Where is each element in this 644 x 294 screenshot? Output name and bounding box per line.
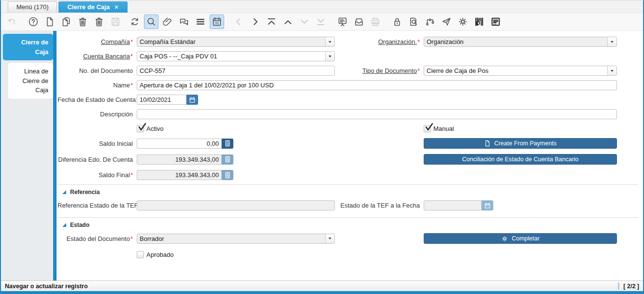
calculator-button[interactable] [222,139,233,149]
toolbar: 31 [1,13,643,31]
status-bar: Navegar o actualizar registro [ 2/2 ] [1,280,643,291]
help-icon[interactable] [26,14,41,29]
detail-record-icon [297,14,312,29]
document-icon [484,140,491,147]
name-input[interactable] [137,80,617,90]
application-window: Menú (170) Cierre de Caja ✕ 31 [0,0,644,294]
chevron-down-icon[interactable] [325,37,334,46]
parent-record-icon[interactable] [281,14,295,29]
estado-tef-label: Estado de la TEF a la Fecha [339,202,420,209]
estado-documento-label: Estado del Documento* [57,235,133,242]
section-divider [57,184,638,185]
window-tabbar: Menú (170) Cierre de Caja ✕ [1,0,643,13]
chevron-down-icon[interactable] [325,234,334,243]
sidebar-tab-cierre-de-caja[interactable]: Cierre de Caja [3,34,53,60]
archive-icon[interactable] [352,14,366,29]
no-documento-input[interactable] [137,66,335,76]
tipo-documento-label: Tipo de Documento* [339,67,420,74]
referencia-section-title: Referencia [70,189,100,196]
ref-tef-label: Referencia Estado de la TEF [57,202,133,209]
delete-selection-icon[interactable] [92,14,106,29]
chevron-down-icon[interactable] [607,66,616,75]
cuenta-bancaria-combobox[interactable]: Caja POS - --_Caja PDV 01 [137,51,335,61]
fecha-estado-input[interactable] [137,95,186,105]
estado-documento-combobox[interactable]: Borrador [137,234,335,244]
next-record-icon[interactable] [248,14,262,29]
activo-checkbox-row: Activo [137,125,335,132]
estado-section-title: Estado [70,222,89,228]
estado-section-header[interactable]: Estado [57,222,638,228]
diferencia-label: Diferencia Edo. De Cuenta [57,156,133,163]
gear-icon [501,235,508,242]
product-info-barcode-icon[interactable] [472,14,487,29]
tab-cierre-de-caja[interactable]: Cierre de Caja ✕ [58,1,128,13]
name-label: Name* [57,82,133,89]
conciliacion-button[interactable]: Conciliación de Estado de Cuenta Bancari… [424,154,617,165]
calculator-button-disabled [222,170,233,180]
saldo-inicial-label: Saldo Inicial [57,140,133,147]
organizacion-combobox[interactable]: Organización [424,37,617,47]
compania-combobox[interactable]: Compañía Estándar [137,37,335,47]
cuenta-bancaria-label: Cuenta Bancaria* [57,53,133,60]
last-record-icon [314,14,328,29]
tab-menu[interactable]: Menú (170) [8,1,57,13]
report-icon[interactable] [335,14,350,29]
descripcion-input[interactable] [137,109,617,119]
first-record-icon[interactable] [264,14,279,29]
activo-label: Activo [146,125,163,132]
print-icon [368,14,383,29]
aprobado-checkbox[interactable] [137,251,144,258]
refresh-icon[interactable] [128,14,142,29]
calendar-day-label: 31 [215,21,219,25]
descripcion-label: Descripción [57,111,133,118]
saldo-final-input [137,170,222,180]
previous-record-icon [231,14,246,29]
zoom-across-icon[interactable] [406,14,421,29]
tipo-documento-combobox[interactable]: Cierre de Caja de Pos [424,66,617,76]
send-request-icon[interactable] [439,14,454,29]
status-message: Navegar o actualizar registro [5,283,618,290]
create-from-payments-button[interactable]: Create From Payments [424,138,617,149]
chevron-down-icon[interactable] [607,37,616,46]
chat-icon[interactable] [177,14,191,29]
attachment-icon[interactable] [160,14,175,29]
delete-record-icon[interactable] [75,14,90,29]
calendar-picker-button-disabled [482,200,493,210]
diferencia-input [137,154,222,165]
record-log-icon[interactable] [193,14,208,29]
workflow-icon[interactable] [423,14,437,29]
manual-checkbox-row: Manual [424,125,617,132]
aprobado-checkbox-row: Aprobado [137,251,335,258]
organizacion-label: Organización.* [339,38,420,45]
collapse-triangle-icon [62,223,66,227]
compania-label: Compañía* [57,38,133,45]
sidebar-tab-linea-de-cierre[interactable]: Linea de Cierre de Caja [8,63,53,99]
referencia-section-header[interactable]: Referencia [57,189,638,196]
saldo-final-label: Saldo Final* [57,171,133,179]
calendar-icon[interactable]: 31 [210,14,224,29]
chevron-down-icon[interactable] [325,52,334,61]
section-divider [57,217,638,218]
lock-icon[interactable] [390,14,404,29]
copy-record-icon[interactable] [59,14,73,29]
manual-label: Manual [433,125,454,132]
saldo-inicial-input[interactable] [137,139,222,149]
find-icon[interactable] [144,14,158,29]
aprobado-label: Aprobado [146,251,173,258]
manual-checkbox[interactable] [424,125,431,132]
preferences-gear-icon[interactable] [456,14,470,29]
collapse-triangle-icon [62,190,66,194]
new-record-icon[interactable] [43,14,57,29]
main-area: Cierre de Caja Linea de Cierre de Caja C… [1,31,643,280]
record-counter: [ 2/2 ] [623,283,639,290]
tab-sidebar: Cierre de Caja Linea de Cierre de Caja [1,31,53,280]
close-tab-icon[interactable]: ✕ [114,4,119,10]
activo-checkbox[interactable] [137,125,144,132]
quick-form-icon[interactable] [488,14,503,29]
calendar-picker-button[interactable] [186,95,198,105]
completar-button[interactable]: Completar [424,233,617,244]
ref-tef-input [137,200,335,210]
no-documento-label: No. del Documento [57,67,133,74]
undo-icon [4,14,19,29]
status-separator [618,282,619,290]
